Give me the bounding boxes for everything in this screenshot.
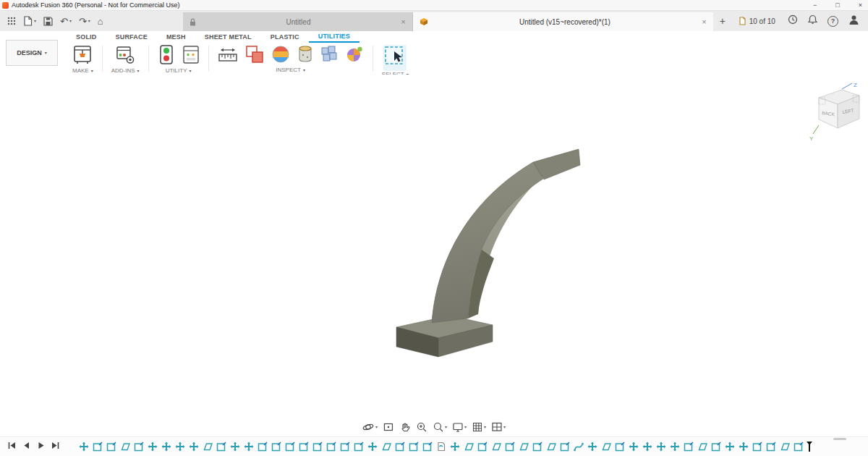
simulation-hub-button[interactable] xyxy=(158,45,175,67)
document-tab-untitled[interactable]: Untitled × xyxy=(183,12,413,31)
timeline-feature-sketch[interactable] xyxy=(285,442,295,452)
redo-button[interactable]: ↷ ▾ xyxy=(79,17,90,26)
workspace-switcher[interactable]: DESIGN ▾ xyxy=(6,40,58,66)
timeline-feature-move[interactable] xyxy=(367,442,378,452)
timeline-feature-move[interactable] xyxy=(629,442,639,452)
interference-button[interactable] xyxy=(245,45,264,67)
timeline-feature-plane[interactable] xyxy=(780,442,790,452)
timeline-feature-sketch[interactable] xyxy=(532,442,542,452)
timeline-feature-plane[interactable] xyxy=(491,442,501,452)
timeline-feature-sketch[interactable] xyxy=(477,442,488,452)
timeline-feature-sketch[interactable] xyxy=(395,442,405,452)
timeline-feature-doc[interactable] xyxy=(436,442,446,452)
timeline-feature-move[interactable] xyxy=(739,442,749,452)
timeline-feature-sketch[interactable] xyxy=(299,442,309,452)
timeline-skip-end-button[interactable] xyxy=(51,440,60,453)
timeline-feature-sketch[interactable] xyxy=(312,442,323,452)
3d-print-button[interactable] xyxy=(73,45,92,67)
draft-analysis-button[interactable] xyxy=(297,45,313,67)
timeline-feature-sketch[interactable] xyxy=(354,442,364,452)
timeline-feature-sketch[interactable] xyxy=(106,442,116,452)
new-tab-button[interactable]: + xyxy=(713,15,732,27)
home-button[interactable]: ⌂ xyxy=(98,17,103,26)
timeline-feature-move[interactable] xyxy=(148,442,158,452)
timeline-feature-plane[interactable] xyxy=(120,442,130,452)
look-at-button[interactable] xyxy=(383,421,394,433)
minimize-button[interactable]: − xyxy=(813,1,817,9)
timeline-feature-sketch[interactable] xyxy=(258,442,268,452)
tab-close-icon[interactable]: × xyxy=(401,17,405,26)
timeline-feature-sketch[interactable] xyxy=(752,442,762,452)
timeline-feature-move[interactable] xyxy=(244,442,254,452)
app-grid-button[interactable] xyxy=(7,17,16,25)
timeline-feature-move[interactable] xyxy=(175,442,185,452)
timeline-feature-sketch[interactable] xyxy=(505,442,515,452)
timeline-feature-sketch[interactable] xyxy=(422,442,433,452)
timeline-feature-sketch[interactable] xyxy=(766,442,776,452)
timeline-feature-spline[interactable] xyxy=(574,442,584,452)
ribbon-tab-sheet-metal[interactable]: SHEET METAL xyxy=(195,31,261,43)
curvature-map-button[interactable] xyxy=(320,45,338,67)
job-status-button[interactable] xyxy=(788,14,798,28)
viewport-canvas[interactable]: Z Y BACK LEFT ▾ xyxy=(0,75,868,437)
timeline-feature-sketch[interactable] xyxy=(711,442,721,452)
utility-panel-button[interactable] xyxy=(182,45,200,67)
timeline-feature-move[interactable] xyxy=(642,442,652,452)
close-button[interactable]: × xyxy=(859,1,862,9)
timeline-feature-move[interactable] xyxy=(79,442,89,452)
timeline-scrollbar-thumb[interactable] xyxy=(833,438,846,440)
timeline-feature-plane[interactable] xyxy=(464,442,474,452)
zoom-button[interactable] xyxy=(416,421,427,433)
help-button[interactable]: ? xyxy=(827,16,838,27)
tab-close-icon[interactable]: × xyxy=(702,17,706,26)
timeline-feature-sketch[interactable] xyxy=(615,442,625,452)
maximize-button[interactable]: □ xyxy=(835,1,839,9)
user-avatar[interactable] xyxy=(848,14,859,28)
model-3d-arch[interactable] xyxy=(0,75,868,437)
center-of-mass-button[interactable] xyxy=(345,45,364,67)
timeline-feature-plane[interactable] xyxy=(381,442,391,452)
measure-button[interactable] xyxy=(218,45,238,67)
timeline-feature-plane[interactable] xyxy=(546,442,556,452)
timeline-feature-plane[interactable] xyxy=(697,442,707,452)
tab-counter[interactable]: 10 of 10 xyxy=(732,17,781,25)
save-button[interactable] xyxy=(43,17,53,26)
timeline-playhead-marker[interactable] xyxy=(806,440,813,453)
timeline-feature-sketch[interactable] xyxy=(134,442,144,452)
grid-snaps-button[interactable]: ▾ xyxy=(472,421,486,433)
timeline-feature-sketch[interactable] xyxy=(340,442,350,452)
timeline-step-back-button[interactable] xyxy=(22,440,31,453)
fit-button[interactable]: ▾ xyxy=(433,421,447,433)
timeline-feature-move[interactable] xyxy=(189,442,199,452)
file-menu-button[interactable]: ▾ xyxy=(23,16,36,26)
undo-button[interactable]: ↶ ▾ xyxy=(60,17,72,26)
document-tab-recovered[interactable]: Untitled (v15~recovered)*(1) × xyxy=(413,12,713,31)
timeline-feature-plane[interactable] xyxy=(601,442,611,452)
timeline-feature-sketch[interactable] xyxy=(684,442,694,452)
timeline-feature-move[interactable] xyxy=(587,442,597,452)
scripts-addins-button[interactable] xyxy=(116,45,135,67)
section-analysis-button[interactable] xyxy=(271,45,290,67)
notifications-button[interactable] xyxy=(808,14,817,28)
timeline-feature-sketch[interactable] xyxy=(326,442,336,452)
ribbon-tab-surface[interactable]: SURFACE xyxy=(106,31,157,43)
display-settings-button[interactable]: ▾ xyxy=(452,421,467,433)
timeline-skip-start-button[interactable] xyxy=(7,440,17,453)
timeline-feature-sketch[interactable] xyxy=(216,442,226,452)
timeline-feature-move[interactable] xyxy=(670,442,680,452)
select-button[interactable] xyxy=(383,45,407,71)
timeline-play-button[interactable] xyxy=(36,440,46,453)
timeline-feature-plane[interactable] xyxy=(203,442,213,452)
group-label-inspect[interactable]: INSPECT ▾ xyxy=(276,67,305,75)
pan-button[interactable] xyxy=(399,421,411,433)
viewcube[interactable]: Z Y BACK LEFT xyxy=(809,80,865,147)
timeline-feature-move[interactable] xyxy=(230,442,240,452)
ribbon-tab-utilities[interactable]: UTILITIES xyxy=(309,31,359,43)
ribbon-tab-plastic[interactable]: PLASTIC xyxy=(261,31,309,43)
timeline-feature-sketch[interactable] xyxy=(271,442,281,452)
timeline-feature-move[interactable] xyxy=(656,442,666,452)
timeline-feature-move[interactable] xyxy=(450,442,460,452)
timeline-feature-sketch[interactable] xyxy=(409,442,419,452)
timeline-feature-move[interactable] xyxy=(161,442,171,452)
ribbon-tab-solid[interactable]: SOLID xyxy=(67,31,106,43)
